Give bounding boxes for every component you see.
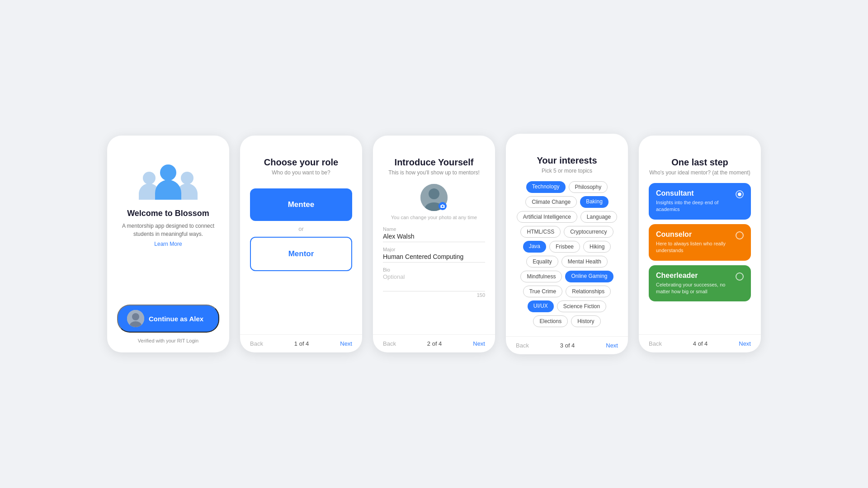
welcome-subtitle: A mentorship app designed to connect stu… xyxy=(117,222,219,238)
back-button-s4[interactable]: Back xyxy=(516,342,529,349)
major-label: Major xyxy=(383,247,485,252)
next-button-s5[interactable]: Next xyxy=(739,340,751,347)
role-subtitle: Who do you want to be? xyxy=(250,169,352,176)
tag-item[interactable]: Online Gaming xyxy=(565,271,613,282)
mentor-card-title: Consultant xyxy=(656,189,736,197)
continue-button[interactable]: Continue as Alex xyxy=(117,305,219,333)
tag-item[interactable]: Technology xyxy=(526,181,566,193)
mentor-radio[interactable] xyxy=(736,231,744,239)
tag-item[interactable]: Mental Health xyxy=(561,256,608,267)
mentor-cards: ConsultantInsights into the deep end of … xyxy=(649,183,751,306)
tag-item[interactable]: Mindfulness xyxy=(520,271,562,282)
svg-point-1 xyxy=(132,313,139,320)
tag-item[interactable]: Equality xyxy=(526,256,558,267)
tag-item[interactable]: Science Fiction xyxy=(557,300,606,312)
welcome-illustration xyxy=(117,155,219,200)
mentor-card-title: Counselor xyxy=(656,230,736,239)
tag-item[interactable]: Relationships xyxy=(566,286,611,297)
photo-hint: You can change your photo at any time xyxy=(391,215,477,220)
tag-item[interactable]: UI/UX xyxy=(528,300,554,312)
bio-count: 150 xyxy=(383,292,485,298)
tag-item[interactable]: Artificial Intelligence xyxy=(517,211,577,223)
mentor-card-desc: Here to always listen who really underst… xyxy=(656,240,736,254)
continue-label: Continue as Alex xyxy=(149,315,203,323)
back-button-s2[interactable]: Back xyxy=(250,340,263,347)
fig-center xyxy=(155,164,181,200)
page-indicator-s2: 1 of 4 xyxy=(294,340,309,347)
or-label: or xyxy=(250,225,352,232)
page-indicator-s4: 3 of 4 xyxy=(560,342,575,349)
next-button-s2[interactable]: Next xyxy=(340,340,352,347)
tag-item[interactable]: True Crime xyxy=(523,286,563,297)
name-field: Name Alex Walsh xyxy=(383,226,485,242)
back-button-s5[interactable]: Back xyxy=(649,340,662,347)
camera-badge[interactable] xyxy=(439,202,447,210)
mentee-button[interactable]: Mentee xyxy=(250,188,352,221)
bio-label: Bio xyxy=(383,267,485,272)
next-button-s4[interactable]: Next xyxy=(606,342,618,349)
user-avatar xyxy=(127,310,144,327)
screen3-footer: Back 2 of 4 Next xyxy=(373,334,495,352)
screen-interests: Your interests Pick 5 or more topics Tec… xyxy=(506,134,628,354)
role-title: Choose your role xyxy=(250,157,352,168)
mentor-card-desc: Celebrating your successes, no matter ho… xyxy=(656,282,736,296)
mentor-radio[interactable] xyxy=(736,272,744,281)
tag-item[interactable]: Elections xyxy=(533,315,568,327)
avatar-section: You can change your photo at any time xyxy=(383,184,485,220)
mentor-card-counselor[interactable]: CounselorHere to always listen who reall… xyxy=(649,224,751,261)
mentor-button[interactable]: Mentor xyxy=(250,237,352,271)
svg-point-4 xyxy=(429,188,439,199)
name-value[interactable]: Alex Walsh xyxy=(383,233,485,242)
tag-item[interactable]: History xyxy=(571,315,600,327)
back-button-s3[interactable]: Back xyxy=(383,340,396,347)
tag-item[interactable]: Frisbee xyxy=(549,241,580,253)
next-button-s3[interactable]: Next xyxy=(473,340,485,347)
bio-input[interactable]: Optional xyxy=(383,273,485,291)
tag-item[interactable]: Java xyxy=(523,241,546,253)
mentor-card-consultant[interactable]: ConsultantInsights into the deep end of … xyxy=(649,183,751,220)
bio-placeholder: Optional xyxy=(383,273,485,280)
laststep-subtitle: Who's your ideal mentor? (at the moment) xyxy=(649,169,751,176)
tags-container: TechnologyPhilosophyClimate ChangeBaking… xyxy=(516,181,618,327)
screen4-footer: Back 3 of 4 Next xyxy=(506,336,628,354)
tag-item[interactable]: Hiking xyxy=(583,241,611,253)
screen-introduce: Introduce Yourself This is how you'll sh… xyxy=(373,136,495,352)
tag-item[interactable]: Climate Change xyxy=(525,196,577,208)
bio-field: Bio Optional 150 xyxy=(383,267,485,298)
screen-welcome: Welcome to Blossom A mentorship app desi… xyxy=(107,136,229,352)
screen2-footer: Back 1 of 4 Next xyxy=(240,334,362,352)
screen5-footer: Back 4 of 4 Next xyxy=(639,334,761,352)
learn-more-link[interactable]: Learn More xyxy=(117,241,219,247)
introduce-subtitle: This is how you'll show up to mentors! xyxy=(383,169,485,176)
mentor-card-desc: Insights into the deep end of academics xyxy=(656,199,736,213)
mentor-card-title: Cheerleader xyxy=(656,272,736,280)
tag-item[interactable]: Language xyxy=(580,211,617,223)
major-value[interactable]: Human Centered Computing xyxy=(383,253,485,263)
mentor-card-cheerleader[interactable]: CheerleaderCelebrating your successes, n… xyxy=(649,265,751,302)
interests-subtitle: Pick 5 or more topics xyxy=(516,168,618,174)
laststep-title: One last step xyxy=(649,157,751,168)
interests-title: Your interests xyxy=(516,155,618,166)
major-field: Major Human Centered Computing xyxy=(383,247,485,263)
name-label: Name xyxy=(383,226,485,232)
tag-item[interactable]: Cryptocurrency xyxy=(564,226,613,238)
page-indicator-s5: 4 of 4 xyxy=(693,340,708,347)
screen-mentor-type: One last step Who's your ideal mentor? (… xyxy=(639,136,761,352)
tag-item[interactable]: Philosophy xyxy=(569,181,608,193)
verified-text: Verified with your RIT Login xyxy=(117,338,219,343)
introduce-title: Introduce Yourself xyxy=(383,157,485,168)
tag-item[interactable]: HTML/CSS xyxy=(520,226,561,238)
welcome-title: Welcome to Blossom xyxy=(117,209,219,218)
page-indicator-s3: 2 of 4 xyxy=(427,340,442,347)
tag-item[interactable]: Baking xyxy=(580,196,609,208)
mentor-radio[interactable] xyxy=(736,190,744,198)
screens-container: Welcome to Blossom A mentorship app desi… xyxy=(89,116,779,372)
screen-role: Choose your role Who do you want to be? … xyxy=(240,136,362,352)
